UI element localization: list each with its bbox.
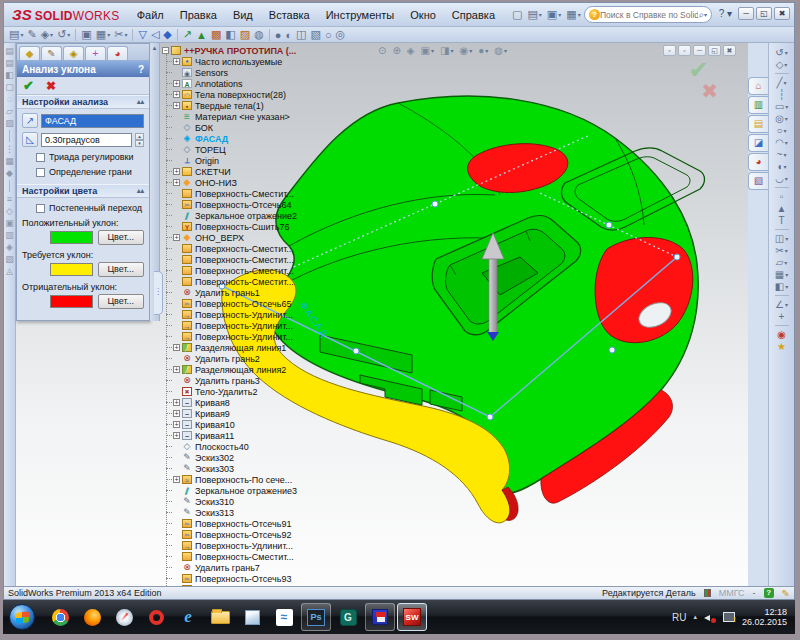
tree-item[interactable]: Поверхность-Отсечь92 xyxy=(173,529,324,540)
menu-item[interactable]: Правка xyxy=(173,6,224,24)
tree-item[interactable]: + ОНО_ВЕРХ xyxy=(173,232,324,243)
toolbar-icon[interactable]: ▩▾ xyxy=(209,27,223,42)
wave-app-icon[interactable]: ≈ xyxy=(269,603,299,631)
tree-item[interactable]: Удалить грань7 xyxy=(173,562,324,573)
side-tool-icon[interactable]: ▤▾ xyxy=(5,58,14,68)
taskpane-home-icon[interactable]: ⌂ xyxy=(748,77,768,95)
open-icon[interactable]: ▤▾ xyxy=(525,7,543,22)
close-button[interactable]: ✖ xyxy=(774,7,790,20)
taskbar-clock[interactable]: 12:18 26.02.2015 xyxy=(742,607,789,627)
toolbar-icon[interactable]: ↺▾ xyxy=(55,27,72,42)
expander-icon[interactable]: + xyxy=(173,421,180,428)
tree-item[interactable]: Удалить грань2 xyxy=(173,353,324,364)
tree-item[interactable]: БОК xyxy=(173,122,324,133)
side-tool-icon[interactable]: ◆▾ xyxy=(6,168,13,178)
new-document-icon[interactable]: ▢▾ xyxy=(510,7,524,22)
side-tool-icon[interactable]: ▨▾ xyxy=(5,118,14,128)
tree-item[interactable]: Поверхность-Сместит... xyxy=(173,265,324,276)
menu-item[interactable]: Справка xyxy=(445,6,502,24)
tree-item[interactable]: + Разделяющая линия1 xyxy=(173,342,324,353)
design-library-icon[interactable]: ▥ xyxy=(748,96,768,114)
help-search-box[interactable]: ? ⌕ ▾ xyxy=(584,6,712,23)
menu-item[interactable]: Инструменты xyxy=(319,6,402,24)
tree-item[interactable]: Зеркальное отражение2 xyxy=(173,210,324,221)
side-tool-icon[interactable]: ⋮▾ xyxy=(5,144,14,154)
tree-item[interactable]: Удалить грань1 xyxy=(173,287,324,298)
expander-icon[interactable]: + xyxy=(173,344,180,351)
toolbar-icon[interactable]: ▲▾ xyxy=(194,28,209,42)
explorer-icon[interactable] xyxy=(205,603,235,631)
expander-icon[interactable]: + xyxy=(173,102,180,109)
search-caret-icon[interactable]: ▾ xyxy=(704,11,707,18)
start-button[interactable] xyxy=(9,604,35,630)
expander-icon[interactable]: + xyxy=(173,91,180,98)
doc-close-button[interactable]: ✖ xyxy=(723,45,736,56)
hide-show-icon[interactable]: ◉▾ xyxy=(457,44,474,57)
point-icon[interactable]: ▫▾ xyxy=(780,191,784,202)
toolbar-icon[interactable]: ◈▾ xyxy=(39,27,55,42)
floppy-app-icon[interactable] xyxy=(365,603,395,631)
tree-item[interactable]: Поверхность-Удлинит... xyxy=(173,309,324,320)
expander-icon[interactable]: + xyxy=(173,58,180,65)
solidworks-taskbar-icon[interactable]: SW xyxy=(397,603,427,631)
pm-tab-properties[interactable]: ✎ xyxy=(41,46,62,60)
toolbar-icon[interactable]: ✂▾ xyxy=(112,27,129,42)
custom-tool-icon[interactable]: ★▾ xyxy=(777,341,786,352)
plus-icon[interactable]: +▾ xyxy=(779,311,785,322)
cancel-button[interactable]: ✖ xyxy=(46,79,56,93)
record-icon[interactable]: ◉▾ xyxy=(777,329,786,340)
quick-tips-icon[interactable]: ? xyxy=(764,588,774,598)
expander-icon[interactable]: − xyxy=(162,47,169,54)
tree-item[interactable]: Эскиз303 xyxy=(173,463,324,474)
g-app-icon[interactable]: G xyxy=(333,603,363,631)
expander-icon[interactable]: + xyxy=(173,432,180,439)
tree-item[interactable]: + Часто используемые xyxy=(173,56,324,67)
restore-button[interactable]: ◱ xyxy=(756,7,772,20)
tree-item[interactable]: Зеркальное отражение3 xyxy=(173,485,324,496)
tree-item[interactable]: Тело-Удалить2 xyxy=(173,386,324,397)
side-tool-icon[interactable]: ◇▾ xyxy=(6,206,13,216)
tree-item[interactable]: Поверхность-Сместит... xyxy=(173,243,324,254)
arc-icon[interactable]: ◠▾ xyxy=(775,137,788,148)
positive-color-button[interactable]: Цвет... xyxy=(98,230,144,245)
trim-entities-icon[interactable]: ✂▾ xyxy=(775,245,787,256)
toolbar-icon[interactable]: ●▾ xyxy=(273,28,284,42)
side-tool-icon[interactable]: ≡▾ xyxy=(7,194,12,204)
tree-item[interactable]: + Annotations xyxy=(173,78,324,89)
slot-icon[interactable]: ◎▾ xyxy=(775,113,788,124)
menu-item[interactable]: Вид xyxy=(226,6,260,24)
tree-item[interactable]: Поверхность-Сместит... xyxy=(173,551,324,562)
view-orientation-icon[interactable]: ▣▾ xyxy=(418,44,435,57)
appearances-icon[interactable]: ◕ xyxy=(748,153,768,171)
side-tool-icon[interactable]: ▦▾ xyxy=(5,156,14,166)
tree-item[interactable]: Удалить грань3 xyxy=(173,375,324,386)
pattern-icon[interactable]: ◧▾ xyxy=(775,281,788,292)
tree-item[interactable]: Эскиз313 xyxy=(173,507,324,518)
chrome-icon[interactable] xyxy=(45,603,75,631)
scene-icon[interactable]: ◍▾ xyxy=(492,44,509,57)
pm-tab-display[interactable]: ◕ xyxy=(107,46,128,60)
tree-item[interactable]: Sensors xyxy=(173,67,324,78)
spline-icon[interactable]: ~▾ xyxy=(777,149,787,160)
pm-tab-dimxpert[interactable]: + xyxy=(85,46,106,60)
zoom-area-icon[interactable]: ⊕▾ xyxy=(390,44,402,57)
toolbar-icon[interactable]: ◍▾ xyxy=(252,27,266,42)
tree-item[interactable]: Плоскость40 xyxy=(173,441,324,452)
tree-item[interactable]: + Тела поверхности(28) xyxy=(173,89,324,100)
side-tool-icon[interactable]: ▤▾ xyxy=(5,46,14,56)
fillet-icon[interactable]: ◡▾ xyxy=(775,173,788,184)
units-label[interactable]: ММГС xyxy=(719,588,745,598)
toolbox-icon[interactable]: ◪ xyxy=(748,134,768,152)
tree-item[interactable]: Поверхность-Отсечь64 xyxy=(173,199,324,210)
analysis-settings-header[interactable]: Настройки анализа ▴▴ xyxy=(17,95,149,109)
panel-help-icon[interactable]: ? xyxy=(138,64,144,75)
toolbar-icon[interactable]: ◧▾ xyxy=(223,27,237,42)
tree-item[interactable]: + Твердые тела(1) xyxy=(173,100,324,111)
gradual-transition-checkbox[interactable] xyxy=(36,204,45,213)
sketch-icon[interactable]: ↺▾ xyxy=(775,47,787,58)
expander-icon[interactable]: + xyxy=(173,80,180,87)
appearance-icon[interactable]: ●▾ xyxy=(476,44,490,57)
tree-item[interactable]: − ++РУЧКА ПРОТОТИПА (... xyxy=(162,45,324,56)
confirm-ok-icon[interactable]: ✔ xyxy=(679,59,718,81)
toolbar-icon[interactable]: ◐▾ xyxy=(283,28,294,42)
